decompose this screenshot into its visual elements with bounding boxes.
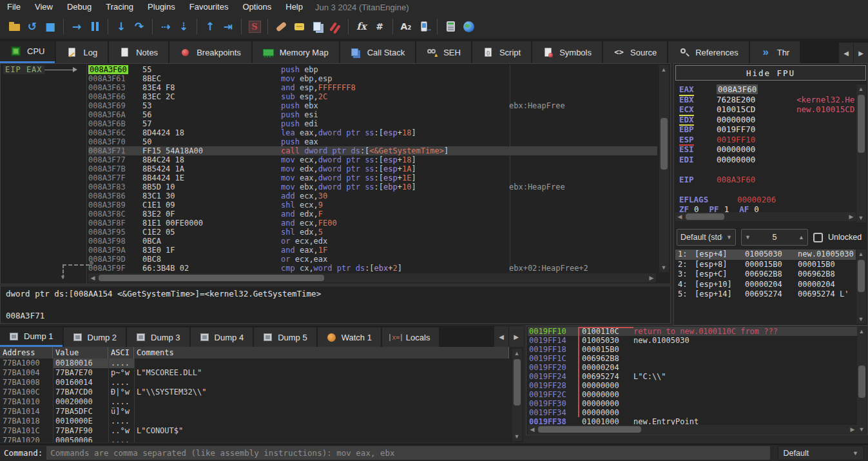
dump-row[interactable]: 77BA101000020000.... — [0, 397, 509, 407]
stack-row[interactable]: 0019FF2C00000000 — [528, 390, 857, 399]
scroll-right-icon[interactable]: ▶ — [848, 425, 857, 434]
dump-tab-dump-3[interactable]: Dump 3 — [127, 328, 189, 347]
stack-row[interactable]: 0019FF2000000204 — [528, 363, 857, 372]
dump-row[interactable]: 77BA100C77BA7CD0Ð|°wL"\\SYSTEM32\\" — [0, 387, 509, 397]
execute-till-return-icon[interactable]: ↑ — [201, 17, 219, 35]
scrollbar-thumb[interactable] — [858, 95, 865, 153]
calling-convention-select[interactable]: Default (stdc ▼ — [677, 229, 736, 246]
stack-panel[interactable]: 0019FF100100110Creturn to new.0100110C f… — [526, 326, 868, 435]
register-row[interactable]: EDI00000000 — [679, 155, 856, 165]
spin-down-icon[interactable]: ▼ — [745, 234, 751, 240]
tab-script[interactable]: {}Script — [472, 41, 531, 63]
disasm-row[interactable]: 008A3F71FF15 54A18A00call dword ptr ds:[… — [88, 146, 657, 155]
stack-row[interactable]: 0019FF2400695274L"C:\\" — [528, 372, 857, 381]
scroll-up-icon[interactable]: ▲ — [512, 349, 521, 358]
stop-icon[interactable]: ■ — [41, 17, 59, 35]
run-trace-icon[interactable]: ⇢ — [157, 17, 175, 35]
dump-panel[interactable]: Dump 1Dump 2Dump 3Dump 4Dump 5Watch 1x=L… — [0, 326, 523, 442]
disasm-row[interactable]: 008A3F8F81E1 00FE0000and ecx,FE00 — [88, 219, 657, 228]
menu-debug[interactable]: Debug — [60, 0, 99, 14]
disasm-row[interactable]: 008A3F778B4C24 18mov ecx,dword ptr ss:[e… — [88, 155, 657, 164]
stack-row[interactable]: 0019FF1C006962B8 — [528, 354, 857, 363]
dump-row[interactable]: 77BA100000180016.... — [0, 358, 509, 368]
dump-scroll-left-button[interactable]: ◀ — [494, 326, 508, 347]
unlocked-checkbox[interactable] — [813, 233, 823, 242]
spin-up-icon[interactable]: ▲ — [798, 234, 804, 240]
scroll-down-icon[interactable]: ▼ — [512, 432, 521, 441]
scroll-up-icon[interactable]: ▲ — [857, 327, 866, 336]
menu-tracing[interactable]: Tracing — [99, 0, 140, 14]
dump-row[interactable]: 77BA101477BA5DFCü]°w — [0, 407, 509, 417]
register-row[interactable]: ECX010015CDnew.010015CD — [679, 104, 856, 115]
tab-log[interactable]: Log — [56, 41, 108, 63]
tab-source[interactable]: <>Source — [603, 41, 667, 63]
disasm-row[interactable]: 008A3F9F66:3B4B 02cmp cx,word ptr ds:[eb… — [88, 264, 657, 273]
hide-fpu-button[interactable]: Hide FPU — [675, 65, 866, 81]
argument-row[interactable]: 2:[esp+8]000015B0000015B0 — [675, 260, 856, 270]
s-badge-icon[interactable]: S — [246, 17, 264, 35]
disasm-row[interactable]: 008A3F6683EC 2Csub esp,2C — [88, 92, 657, 101]
scroll-left-icon[interactable]: ◀ — [675, 212, 684, 221]
stack-h-scrollbar[interactable]: ◀ ▶ — [528, 425, 857, 434]
scroll-down-icon[interactable]: ▼ — [856, 315, 865, 324]
tab-breakpoints[interactable]: Breakpoints — [169, 41, 251, 63]
calculator-icon[interactable] — [441, 17, 459, 35]
disasm-row[interactable]: 008A3F9D0BC8or ecx,eax — [88, 255, 657, 264]
comments-icon[interactable] — [290, 17, 308, 35]
register-row[interactable]: ESI00000000 — [679, 144, 856, 155]
register-row-blank[interactable] — [679, 184, 856, 195]
disasm-row[interactable]: 008A3F838B5D 10mov ebx,dword ptr ss:[ebp… — [88, 182, 657, 191]
dump-tab-dump-2[interactable]: Dump 2 — [64, 328, 126, 347]
scroll-left-icon[interactable]: ◀ — [528, 425, 537, 434]
scroll-down-icon[interactable]: ▼ — [856, 213, 865, 222]
dump-tab-watch-1[interactable]: Watch 1 — [318, 328, 381, 347]
register-row[interactable]: EBX7628E200<kernel32.He — [679, 95, 856, 105]
menu-file[interactable]: File — [0, 0, 28, 14]
tab-call-stack[interactable]: Call Stack — [340, 41, 416, 63]
open-file-icon[interactable] — [5, 17, 23, 35]
register-row-blank[interactable] — [679, 164, 856, 175]
argument-row[interactable]: 5:[esp+14]0069527400695274 L' — [675, 289, 856, 300]
scroll-up-icon[interactable]: ▲ — [856, 250, 865, 259]
disasm-row[interactable]: 008A3F6B57push edi — [88, 119, 657, 128]
disasm-row[interactable]: 008A3F7B8B5424 1Amov edx,dword ptr ss:[e… — [88, 164, 657, 173]
menu-options[interactable]: Options — [235, 0, 278, 14]
disasm-row[interactable]: 008A3F95C1E2 05shl edx,5 — [88, 228, 657, 237]
register-row[interactable]: EDX00000000 — [679, 115, 856, 125]
tab-scroll-right-button[interactable]: ▶ — [854, 43, 868, 63]
disasm-v-scrollbar[interactable]: ▲ ▼ — [659, 65, 669, 272]
menu-plugins[interactable]: Plugins — [140, 0, 182, 14]
tab-seh[interactable]: ▲SEH — [416, 41, 471, 63]
attach-icon[interactable]: → — [415, 17, 433, 35]
stack-v-scrollbar[interactable]: ▲ ▼ — [857, 327, 867, 434]
register-row[interactable]: EFLAGS00000206 — [679, 195, 856, 205]
dump-tab-dump-1[interactable]: Dump 1 — [0, 328, 63, 347]
disasm-row[interactable]: 008A3F8683C1 30add ecx,30 — [88, 191, 657, 201]
tab-thr[interactable]: »Thr — [750, 41, 800, 63]
step-into-icon[interactable]: ↓ — [112, 17, 130, 35]
disasm-row[interactable]: 008A3F7F8B4424 1Emov eax,dword ptr ss:[e… — [88, 173, 657, 182]
arguments-v-scrollbar[interactable]: ▲ ▼ — [856, 250, 866, 324]
case-icon[interactable]: A₂ — [397, 17, 415, 35]
dump-row[interactable]: 77BA100800160014.... — [0, 378, 509, 387]
dump-row[interactable]: 77BA102000050006.... — [0, 436, 509, 442]
dump-v-scrollbar[interactable]: ▲ ▼ — [512, 349, 522, 441]
menu-help[interactable]: Help — [278, 0, 310, 14]
hash-icon[interactable]: # — [371, 17, 389, 35]
scroll-up-icon[interactable]: ▲ — [856, 84, 865, 93]
scrollbar-thumb[interactable] — [661, 118, 668, 170]
argument-count-stepper[interactable]: ▼ 5 ▲ — [741, 229, 808, 246]
dump-tab-dump-4[interactable]: Dump 4 — [191, 328, 253, 347]
pause-icon[interactable] — [86, 17, 104, 35]
dump-row[interactable]: 77BA100477BA7E70p~°wL"MSCOREE.DLL" — [0, 368, 509, 378]
register-row[interactable]: EIP008A3F60 — [679, 175, 856, 185]
scrollbar-thumb[interactable] — [858, 260, 865, 292]
register-row[interactable]: ESP0019FF10 — [679, 135, 856, 145]
disasm-row[interactable]: 008A3F8C83E2 0Fand edx,F — [88, 210, 657, 219]
run-to-user-code-icon[interactable]: ⇥ — [219, 17, 237, 35]
stack-row[interactable]: 0019FF3400000000 — [528, 408, 857, 417]
globe-icon[interactable] — [459, 17, 477, 35]
disasm-row[interactable]: 008A3F6C8D4424 18lea eax,dword ptr ss:[e… — [88, 128, 657, 137]
argument-row[interactable]: 1:[esp+4]01005030new.01005030 — [675, 250, 856, 260]
stack-row[interactable]: 0019FF3000000000 — [528, 399, 857, 408]
